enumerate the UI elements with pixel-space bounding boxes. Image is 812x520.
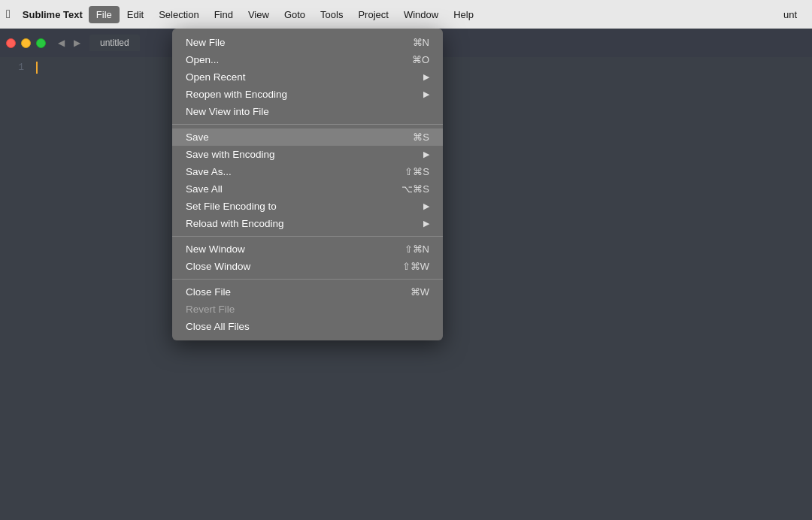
menu-bar-right-text: unt (783, 9, 806, 20)
menu-open-recent[interactable]: Open Recent ▶ (172, 68, 443, 86)
menu-view[interactable]: View (241, 6, 277, 23)
menu-new-file[interactable]: New File ⌘N (172, 34, 443, 51)
apple-logo-icon[interactable]:  (6, 8, 11, 21)
nav-arrows: ◀ ▶ (55, 36, 83, 50)
menu-save[interactable]: Save ⌘S (172, 128, 443, 146)
nav-forward-icon[interactable]: ▶ (71, 36, 83, 50)
editor-gutter-area: 1 (0, 57, 165, 520)
menu-section-4: Close File ⌘W Revert File Close All File… (172, 279, 443, 337)
menu-file[interactable]: File (89, 6, 120, 23)
menu-save-encoding[interactable]: Save with Encoding ▶ (172, 146, 443, 163)
menu-reopen-encoding[interactable]: Reopen with Encoding ▶ (172, 86, 443, 103)
menu-close-file[interactable]: Close File ⌘W (172, 283, 443, 301)
menu-help[interactable]: Help (446, 6, 481, 23)
menu-find[interactable]: Find (207, 6, 241, 23)
menu-bar:  Sublime Text File Edit Selection Find … (0, 0, 812, 29)
menu-close-all-files[interactable]: Close All Files (172, 318, 443, 335)
text-cursor (36, 62, 38, 74)
cursor-line (36, 62, 165, 74)
minimize-button[interactable] (21, 38, 31, 48)
menu-reload-encoding[interactable]: Reload with Encoding ▶ (172, 215, 443, 232)
menu-edit[interactable]: Edit (120, 6, 151, 23)
untitled-tab[interactable]: untitled (89, 35, 140, 51)
line-gutter: 1 (0, 57, 32, 520)
menu-revert-file: Revert File (172, 301, 443, 318)
menu-section-1: New File ⌘N Open... ⌘O Open Recent ▶ Reo… (172, 32, 443, 122)
menu-save-as[interactable]: Save As... ⇧⌘S (172, 163, 443, 180)
menu-tools[interactable]: Tools (313, 6, 350, 23)
sidebar-tab-bar: ◀ ▶ untitled (0, 29, 165, 57)
menu-window[interactable]: Window (396, 6, 446, 23)
menu-section-2: Save ⌘S Save with Encoding ▶ Save As... … (172, 124, 443, 234)
submenu-arrow-icon: ▶ (423, 201, 429, 211)
line-number-1: 1 (0, 62, 24, 73)
menu-new-window[interactable]: New Window ⇧⌘N (172, 240, 443, 258)
file-dropdown-menu: New File ⌘N Open... ⌘O Open Recent ▶ Reo… (172, 29, 443, 340)
menu-project[interactable]: Project (350, 6, 395, 23)
app-name: Sublime Text (23, 9, 83, 20)
fullscreen-button[interactable] (36, 38, 46, 48)
sidebar: ◀ ▶ untitled 1 (0, 29, 165, 520)
submenu-arrow-icon: ▶ (423, 219, 429, 228)
menu-open[interactable]: Open... ⌘O (172, 51, 443, 68)
close-button[interactable] (6, 38, 16, 48)
editor-content[interactable] (32, 57, 165, 520)
menu-goto[interactable]: Goto (277, 6, 313, 23)
menu-set-encoding[interactable]: Set File Encoding to ▶ (172, 198, 443, 215)
menu-save-all[interactable]: Save All ⌥⌘S (172, 180, 443, 198)
submenu-arrow-icon: ▶ (423, 150, 429, 159)
traffic-lights (6, 38, 46, 48)
submenu-arrow-icon: ▶ (423, 89, 429, 99)
menu-selection[interactable]: Selection (151, 6, 206, 23)
submenu-arrow-icon: ▶ (423, 72, 429, 82)
menu-close-window[interactable]: Close Window ⇧⌘W (172, 258, 443, 275)
menu-new-view[interactable]: New View into File (172, 103, 443, 120)
menu-section-3: New Window ⇧⌘N Close Window ⇧⌘W (172, 236, 443, 277)
nav-back-icon[interactable]: ◀ (55, 36, 68, 50)
